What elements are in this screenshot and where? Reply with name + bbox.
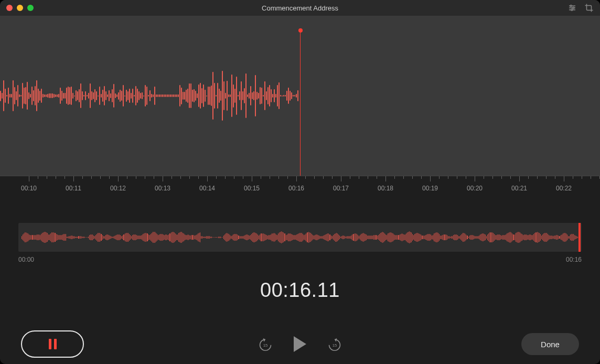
skip-forward-button[interactable]: 15 (327, 337, 342, 351)
ruler-label: 00:15 (244, 185, 260, 192)
svg-text:15: 15 (333, 343, 337, 348)
svg-point-3 (573, 7, 574, 9)
options-icon[interactable] (567, 3, 577, 13)
overview-start-time: 00:00 (18, 256, 34, 263)
ruler-ticks (0, 176, 600, 183)
skip-back-button[interactable]: 15 (258, 337, 273, 351)
minimize-button[interactable] (17, 5, 23, 11)
titlebar: Commencement Address (0, 0, 600, 16)
ruler-label: 00:22 (556, 185, 572, 192)
titlebar-actions (567, 3, 594, 13)
crop-icon[interactable] (584, 3, 594, 13)
ruler-label: 00:14 (199, 185, 215, 192)
overview-end-time: 00:16 (566, 256, 582, 263)
playhead[interactable] (300, 30, 301, 176)
ruler-label: 00:12 (110, 185, 126, 192)
waveform-main[interactable] (0, 16, 600, 176)
pause-icon (49, 339, 57, 349)
ruler-label: 00:20 (467, 185, 483, 192)
svg-point-1 (570, 5, 572, 7)
ruler-label: 00:18 (378, 185, 393, 192)
play-button[interactable] (294, 336, 306, 352)
ruler-label: 00:11 (66, 185, 81, 192)
ruler-label: 00:10 (21, 185, 37, 192)
traffic-lights (6, 5, 34, 11)
overview-track[interactable] (18, 223, 582, 252)
ruler-label: 00:17 (333, 185, 349, 192)
close-button[interactable] (6, 5, 13, 11)
ruler-label: 00:21 (511, 185, 527, 192)
overview-waveform (22, 227, 578, 248)
waveform-canvas (0, 54, 298, 138)
controls: 15 15 Done (0, 330, 600, 358)
overview-labels: 00:00 00:16 (18, 256, 582, 263)
playback-controls: 15 15 (258, 336, 342, 352)
svg-text:15: 15 (263, 343, 268, 348)
time-display: 00:16.11 (0, 279, 600, 302)
done-button[interactable]: Done (521, 333, 579, 355)
ruler-label: 00:16 (288, 185, 304, 192)
ruler-label: 00:13 (155, 185, 170, 192)
ruler: 00:1000:1100:1200:1300:1400:1500:1600:17… (0, 176, 600, 202)
window-title: Commencement Address (262, 4, 338, 12)
ruler-label: 00:19 (422, 185, 438, 192)
maximize-button[interactable] (27, 5, 34, 11)
overview-playhead[interactable] (578, 223, 581, 252)
record-pause-button[interactable] (21, 330, 84, 358)
overview-section: 00:00 00:16 (0, 202, 600, 263)
playhead-handle-top[interactable] (298, 28, 303, 33)
voice-memos-window: Commencement Address 00:1000:1100:1200:1… (0, 0, 600, 364)
svg-point-5 (571, 9, 573, 10)
